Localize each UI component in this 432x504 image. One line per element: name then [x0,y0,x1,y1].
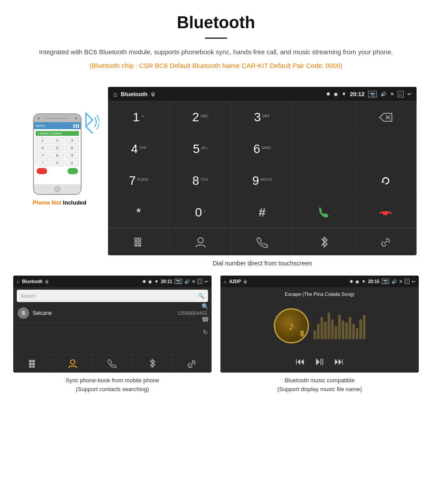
phone-add-contacts: + Add to Contacts [36,131,79,136]
phone-key-9: 9 [65,152,79,159]
music-caption: Bluetooth music compatible (Support disp… [277,376,362,393]
key-empty-4 [293,165,355,197]
music-sig-icon: ▼ [361,279,366,284]
key-3[interactable]: 3DEF [231,101,293,133]
phone-included-text: Included [63,199,86,206]
key-5[interactable]: 5JKL [170,133,231,165]
pb-home-icon: ⌂ [17,279,19,284]
phone-key-3: 3 [65,137,79,144]
pb-content: Search 🔍 S Seicane 13566664466 🔍 ☎ ↻ [13,287,212,373]
phone-signal: ▐▐▐ [72,124,79,127]
pb-bottom-bar [13,355,212,373]
dial-bottom-phone[interactable] [231,229,293,255]
key-6[interactable]: 6MNO [231,133,293,165]
pb-bottom-phone[interactable] [93,355,132,373]
key-backspace[interactable] [355,101,417,133]
key-end-call[interactable] [355,197,417,228]
phone-home-button [54,186,60,192]
pb-bottom-grid[interactable] [13,355,53,373]
phone-key-1: 1 [36,137,49,144]
dial-bottom-link[interactable] [355,229,417,255]
key-2[interactable]: 2ABC [170,101,231,133]
dial-caption: Dial number direct from touchscreen [212,260,312,267]
loc-icon: ◉ [334,91,338,97]
pb-time: 20:11 [161,279,172,284]
eq-bar [352,324,355,339]
svg-rect-18 [29,363,32,366]
svg-marker-0 [380,113,392,121]
header-section: Bluetooth Integrated with BC6 Bluetooth … [0,0,432,87]
music-bt-icon: ✱ [350,279,353,284]
music-cam-icon: 📷 [382,279,389,284]
dial-bottom-bluetooth[interactable] [293,229,355,255]
eq-bar [324,321,327,339]
key-call[interactable] [293,197,355,228]
pb-title: Bluetooth [22,279,43,284]
pb-side-icons: 🔍 ☎ ↻ [199,300,212,338]
key-7[interactable]: 7PQRS [108,165,170,197]
status-right: ✱ ◉ ▼ 20:12 📷 🔊 ✕ □ ↩ [326,91,411,97]
svg-rect-19 [32,363,35,366]
prev-button[interactable]: ⏮ [295,356,305,367]
description-text: Integrated with BC6 Bluetooth module, su… [26,47,406,57]
music-loc-icon: ◉ [355,279,359,284]
svg-point-22 [71,360,75,364]
key-hash[interactable]: # [231,197,293,228]
key-0[interactable]: 0+ [170,197,231,228]
music-status-left: ⌂ A2DP ψ [224,279,247,284]
pb-bottom-contacts[interactable] [53,355,93,373]
status-time: 20:12 [350,91,365,97]
bluetooth-waves-icon [79,109,99,138]
phone-key-8: 8 [50,152,64,159]
music-status-right: ✱ ◉ ▼ 20:15 📷 🔊 ✕ □ ↩ [350,279,415,284]
back-icon: ↩ [407,91,411,97]
phone-key-5: 5 [50,145,64,151]
eq-bar [342,321,344,339]
pb-side-call[interactable]: ☎ [199,313,212,326]
phone-dot-1 [37,117,40,119]
x-icon: ✕ [390,91,394,97]
eq-bar [363,315,365,339]
phone-not-text: Phone Not [33,199,63,206]
dial-bottom-contacts[interactable] [170,229,231,255]
key-refresh[interactable] [355,165,417,197]
pb-contact-row: S Seicane 13566664466 [13,304,212,323]
page-title: Bluetooth [26,13,406,32]
phone-end-btn [37,168,47,174]
pb-x-icon: ✕ [192,279,195,284]
bottom-row: ⌂ Bluetooth ψ ✱ ◉ ▼ 20:11 📷 🔊 ✕ □ ↩ [0,267,432,402]
phone-carrier: MOTO [36,124,45,127]
play-pause-button[interactable]: ⏯ [314,355,325,368]
pb-side-search[interactable]: 🔍 [199,300,212,313]
key-star[interactable]: * [108,197,170,228]
pb-status-bar: ⌂ Bluetooth ψ ✱ ◉ ▼ 20:11 📷 🔊 ✕ □ ↩ [13,276,212,287]
music-title: A2DP [229,279,241,284]
phone-not-included-label: Phone Not Included [33,199,86,206]
pb-search-bar[interactable]: Search 🔍 [17,290,208,302]
dial-screen-container: ⌂ Bluetooth ψ ✱ ◉ ▼ 20:12 📷 🔊 ✕ □ ↩ [106,87,419,267]
key-8[interactable]: 8TUV [170,165,231,197]
svg-point-14 [198,238,203,243]
phone-key-star: * [36,160,49,166]
dial-bottom-grid[interactable] [108,229,170,255]
svg-rect-16 [32,360,35,362]
key-4[interactable]: 4GHI [108,133,170,165]
music-win-icon: □ [405,279,410,284]
music-status-bar: ⌂ A2DP ψ ✱ ◉ ▼ 20:15 📷 🔊 ✕ □ ↩ [220,276,419,287]
bt-icon: ✱ [326,91,330,97]
key-1[interactable]: 1∿ [108,101,170,133]
pb-bottom-link[interactable] [172,355,212,373]
home-icon: ⌂ [113,90,117,98]
pb-side-refresh[interactable]: ↻ [199,326,212,338]
pb-usb-icon: ψ [45,279,48,284]
key-9[interactable]: 9WXYZ [231,165,293,197]
wifi-icon: ▼ [342,91,346,97]
music-x-icon: ✕ [399,279,402,284]
next-button[interactable]: ⏭ [334,356,344,367]
music-screenshot: ⌂ A2DP ψ ✱ ◉ ▼ 20:15 📷 🔊 ✕ □ ↩ E [220,276,419,373]
music-back-icon: ↩ [412,279,415,284]
title-divider [205,37,227,39]
vol-icon: 🔊 [380,91,387,97]
phone-key-6: 6 [65,145,79,151]
pb-bottom-bluetooth[interactable] [133,355,172,373]
